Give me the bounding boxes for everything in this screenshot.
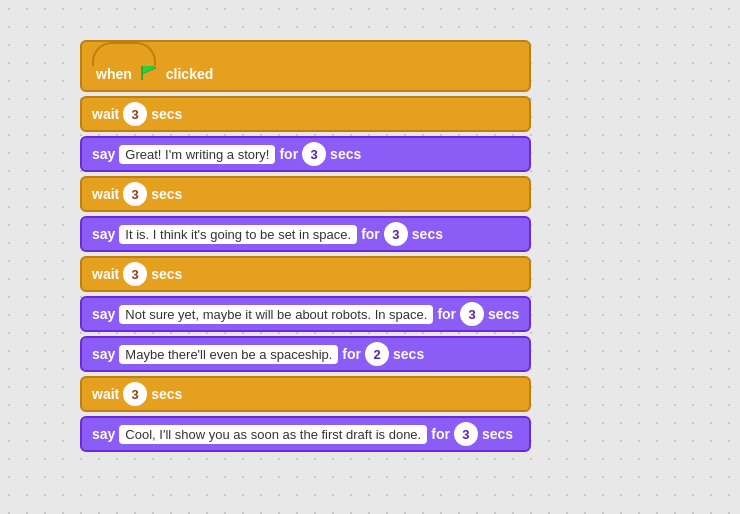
say-1-label: say bbox=[92, 146, 115, 162]
say-2-block[interactable]: say It is. I think it's going to be set … bbox=[80, 216, 531, 252]
say-4-label: say bbox=[92, 346, 115, 362]
say-3-text[interactable]: Not sure yet, maybe it will be about rob… bbox=[119, 305, 433, 324]
say-3-for: for bbox=[437, 306, 456, 322]
say-3-unit: secs bbox=[488, 306, 519, 322]
say-3-block[interactable]: say Not sure yet, maybe it will be about… bbox=[80, 296, 531, 332]
say-5-value[interactable]: 3 bbox=[454, 422, 478, 446]
wait-1-value[interactable]: 3 bbox=[123, 102, 147, 126]
say-4-block[interactable]: say Maybe there'll even be a spaceship. … bbox=[80, 336, 531, 372]
wait-2-label: wait bbox=[92, 186, 119, 202]
wait-4-block[interactable]: wait 3 secs bbox=[80, 376, 531, 412]
say-1-block[interactable]: say Great! I'm writing a story! for 3 se… bbox=[80, 136, 531, 172]
say-5-for: for bbox=[431, 426, 450, 442]
say-2-for: for bbox=[361, 226, 380, 242]
say-5-block[interactable]: say Cool, I'll show you as soon as the f… bbox=[80, 416, 531, 452]
wait-1-unit: secs bbox=[151, 106, 182, 122]
say-4-value[interactable]: 2 bbox=[365, 342, 389, 366]
clicked-label: clicked bbox=[166, 66, 213, 82]
wait-1-block[interactable]: wait 3 secs bbox=[80, 96, 531, 132]
wait-3-value[interactable]: 3 bbox=[123, 262, 147, 286]
svg-marker-0 bbox=[142, 62, 156, 74]
wait-3-unit: secs bbox=[151, 266, 182, 282]
wait-2-unit: secs bbox=[151, 186, 182, 202]
wait-2-block[interactable]: wait 3 secs bbox=[80, 176, 531, 212]
say-5-text[interactable]: Cool, I'll show you as soon as the first… bbox=[119, 425, 427, 444]
say-2-unit: secs bbox=[412, 226, 443, 242]
say-4-for: for bbox=[342, 346, 361, 362]
wait-3-block[interactable]: wait 3 secs bbox=[80, 256, 531, 292]
wait-4-unit: secs bbox=[151, 386, 182, 402]
say-1-text[interactable]: Great! I'm writing a story! bbox=[119, 145, 275, 164]
say-1-unit: secs bbox=[330, 146, 361, 162]
wait-4-value[interactable]: 3 bbox=[123, 382, 147, 406]
say-3-label: say bbox=[92, 306, 115, 322]
flag-icon bbox=[138, 60, 160, 82]
when-label: when bbox=[96, 66, 132, 82]
say-1-for: for bbox=[279, 146, 298, 162]
when-clicked-block[interactable]: when clicked bbox=[80, 40, 531, 92]
say-2-value[interactable]: 3 bbox=[384, 222, 408, 246]
say-4-unit: secs bbox=[393, 346, 424, 362]
say-4-text[interactable]: Maybe there'll even be a spaceship. bbox=[119, 345, 338, 364]
scratch-blocks: when clicked wait 3 secs say Great! I'm … bbox=[80, 40, 531, 452]
wait-2-value[interactable]: 3 bbox=[123, 182, 147, 206]
say-5-unit: secs bbox=[482, 426, 513, 442]
say-1-value[interactable]: 3 bbox=[302, 142, 326, 166]
wait-4-label: wait bbox=[92, 386, 119, 402]
say-2-text[interactable]: It is. I think it's going to be set in s… bbox=[119, 225, 357, 244]
wait-1-label: wait bbox=[92, 106, 119, 122]
say-2-label: say bbox=[92, 226, 115, 242]
say-3-value[interactable]: 3 bbox=[460, 302, 484, 326]
say-5-label: say bbox=[92, 426, 115, 442]
wait-3-label: wait bbox=[92, 266, 119, 282]
